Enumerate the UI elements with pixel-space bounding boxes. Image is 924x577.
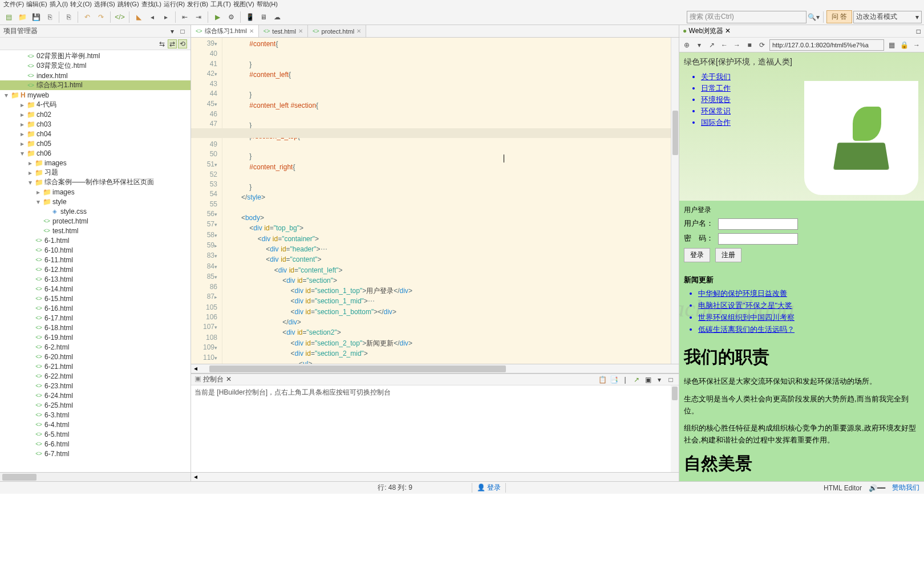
tree-item[interactable]: <>6-15.html <box>0 294 191 303</box>
tree-item[interactable]: ▸📁ch05 <box>0 139 191 148</box>
tree-item[interactable]: ▸📁4-代码 <box>0 100 191 109</box>
tree-item[interactable]: <>index.html <box>0 71 191 80</box>
tree-item[interactable]: <>03背景定位.html <box>0 61 191 71</box>
tree-item[interactable]: <>6-18.html <box>0 323 191 332</box>
tree-item[interactable]: <>综合练习1.html <box>0 80 191 90</box>
tree-item[interactable]: <>6-5.html <box>0 429 191 439</box>
news-link[interactable]: 中华鲟的保护环境日益改善 <box>698 288 919 299</box>
tag-icon[interactable]: </> <box>114 11 126 23</box>
code-editor[interactable]: 39▾40 41 42▾43 44 45▾46 47 48▾49 50 51▾5… <box>191 38 679 364</box>
menu-item[interactable]: 插入(I) <box>50 0 68 9</box>
run-icon[interactable]: ▶ <box>211 11 224 23</box>
tree-item[interactable]: <>protect.html <box>0 216 191 226</box>
username-input[interactable] <box>718 218 798 230</box>
tree-item[interactable]: ▾📁H myweb <box>0 90 191 100</box>
tree-item[interactable]: <>6-1.html <box>0 235 191 245</box>
tree-item[interactable]: ▾📁ch06 <box>0 148 191 158</box>
tree-item[interactable]: <>6-19.html <box>0 332 191 342</box>
link-icon[interactable]: ⇄ <box>168 39 177 48</box>
tree-item[interactable]: ▸📁images <box>0 158 191 168</box>
view-mode-select[interactable]: 边改边看模式▾ <box>853 11 922 23</box>
menu-item[interactable]: 运行(R) <box>164 0 185 9</box>
tree-item[interactable]: <>6-6.html <box>0 439 191 449</box>
new-icon[interactable]: ▤ <box>2 11 15 23</box>
register-button[interactable]: 注册 <box>715 248 741 262</box>
tree-item[interactable]: <>6-7.html <box>0 449 191 458</box>
globe-icon[interactable]: ⊕ <box>682 40 692 50</box>
password-input[interactable] <box>718 233 798 245</box>
tree-item[interactable]: <>6-22.html <box>0 371 191 381</box>
config-icon[interactable]: ⚙ <box>225 11 237 23</box>
redo-icon[interactable]: ↷ <box>95 11 107 23</box>
qr-icon[interactable]: ▦ <box>886 40 897 50</box>
login-link[interactable]: 登录 <box>487 483 501 491</box>
go-icon[interactable]: → <box>911 40 922 50</box>
tree-item[interactable]: <>6-23.html <box>0 381 191 391</box>
next-bookmark-icon[interactable]: ▸ <box>160 11 172 23</box>
tree-item[interactable]: <>6-25.html <box>0 400 191 410</box>
tree-item[interactable]: ▸📁ch04 <box>0 129 191 139</box>
sync-icon[interactable]: ⟲ <box>178 39 187 48</box>
tree-item[interactable]: ▸📁ch03 <box>0 119 191 129</box>
audio-icon[interactable]: 🔊━━ <box>869 484 885 492</box>
qa-button[interactable]: 问 答 <box>826 10 852 23</box>
close-icon[interactable]: ✕ <box>298 28 303 34</box>
bookmark-icon[interactable]: ◣ <box>132 11 145 23</box>
close-icon[interactable]: ✕ <box>356 28 361 34</box>
tree-item[interactable]: <>6-11.html <box>0 255 191 265</box>
editor-hscrollbar[interactable]: ◂ <box>191 364 679 373</box>
tree-item[interactable]: <>6-3.html <box>0 410 191 420</box>
tree-item[interactable]: <>6-16.html <box>0 303 191 313</box>
tree-item[interactable]: ◈style.css <box>0 206 191 216</box>
min-icon[interactable]: ▾ <box>168 27 177 36</box>
menu-item[interactable]: 发行(B) <box>187 0 208 9</box>
tree-item[interactable]: <>6-21.html <box>0 361 191 371</box>
console-hscrollbar[interactable]: ◂ <box>191 472 679 481</box>
con-tool-icon[interactable]: ▣ <box>643 375 653 384</box>
editor-tab[interactable]: <>protect.html✕ <box>308 25 366 37</box>
save-icon[interactable]: 💾 <box>30 11 42 23</box>
menu-item[interactable]: 转义(O) <box>70 0 92 9</box>
tree-item[interactable]: <>02背景图片举例.html <box>0 51 191 61</box>
tree-item[interactable]: <>6-12.html <box>0 265 191 274</box>
tree-item[interactable]: <>6-13.html <box>0 274 191 284</box>
code-content[interactable]: #content{ } #content_left{ } #content_le… <box>222 38 671 364</box>
tree-item[interactable]: <>test.html <box>0 226 191 235</box>
indent-icon[interactable]: ⇥ <box>192 11 205 23</box>
editor-tab[interactable]: <>test.html✕ <box>259 25 308 37</box>
tree-item[interactable]: <>6-4.html <box>0 420 191 429</box>
sponsor-link[interactable]: 赞助我们 <box>892 483 919 493</box>
con-tool-icon[interactable]: □ <box>666 375 675 384</box>
undo-icon[interactable]: ↶ <box>81 11 94 23</box>
back-icon[interactable]: ← <box>719 40 730 50</box>
tree-item[interactable]: <>6-14.html <box>0 284 191 294</box>
copy-icon[interactable]: ⎘ <box>62 11 75 23</box>
forward-icon[interactable]: → <box>732 40 742 50</box>
file-tree[interactable]: <>02背景图片举例.html<>03背景定位.html<>index.html… <box>0 50 191 472</box>
tree-item[interactable]: <>6-24.html <box>0 391 191 400</box>
open-icon[interactable]: 📁 <box>16 11 29 23</box>
close-icon[interactable]: ✕ <box>249 28 254 34</box>
tree-item[interactable]: ▸📁images <box>0 187 191 197</box>
stop-icon[interactable]: ■ <box>744 40 755 50</box>
preview-frame[interactable]: Teacher Zhang 绿色环保[保护环境，造福人类] 关于我们日常工作环境… <box>679 52 924 481</box>
menu-item[interactable]: 查找(L) <box>141 0 161 9</box>
menu-item[interactable]: 帮助(H) <box>257 0 278 9</box>
search-icon[interactable]: 🔍▾ <box>808 11 820 23</box>
tree-item[interactable]: <>6-2.html <box>0 342 191 352</box>
menu-item[interactable]: 跳转(G) <box>117 0 139 9</box>
con-tool-icon[interactable]: ▾ <box>655 375 664 384</box>
tree-scrollbar[interactable] <box>0 472 191 481</box>
editor-vscrollbar[interactable] <box>671 38 679 364</box>
tree-item[interactable]: ▸📁习题 <box>0 168 191 177</box>
tree-item[interactable]: ▸📁ch02 <box>0 109 191 119</box>
refresh-icon[interactable]: ⟳ <box>757 40 767 50</box>
news-link[interactable]: 世界环保组织到中国四川考察 <box>698 312 919 323</box>
tree-item[interactable]: <>6-17.html <box>0 313 191 323</box>
max-icon[interactable]: □ <box>178 27 187 36</box>
collapse-icon[interactable]: ⇆ <box>157 39 167 48</box>
menu-item[interactable]: 选择(S) <box>94 0 115 9</box>
save-all-icon[interactable]: ⎘ <box>43 11 56 23</box>
cloud-icon[interactable]: ☁ <box>271 11 283 23</box>
tree-item[interactable]: ▾📁综合案例——制作绿色环保社区页面 <box>0 177 191 187</box>
